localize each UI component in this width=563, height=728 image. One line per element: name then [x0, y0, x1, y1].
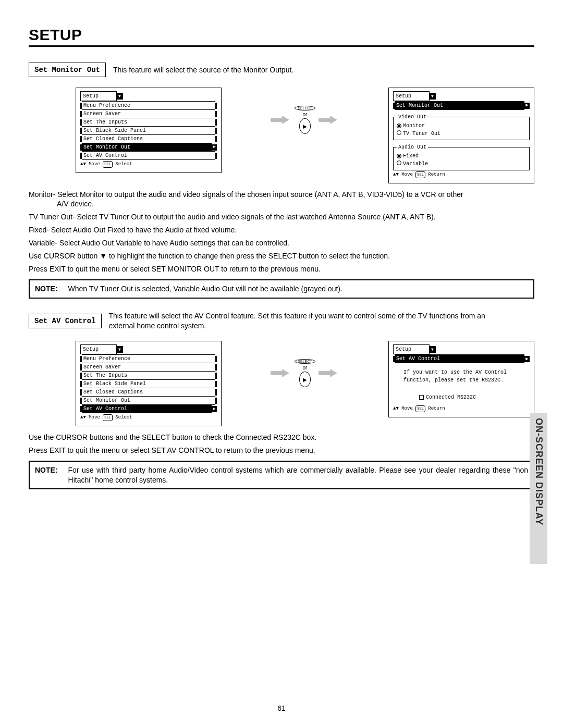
- section-desc: This feature will select the source of t…: [113, 65, 293, 75]
- right-cursor-icon: ▶: [299, 372, 311, 387]
- note-label: NOTE:: [35, 465, 68, 485]
- section-set-av-control: Set AV Control This feature will select …: [29, 311, 534, 490]
- osd-breadcrumb: Set AV Control▶: [393, 355, 530, 363]
- osd-menu-setup: Setup ▼ Menu PreferenceScreen SaverSet T…: [76, 88, 222, 173]
- radio-icon: [397, 124, 401, 128]
- osd-item: Set AV Control: [80, 152, 217, 160]
- osd-hint: ▲▼ Move SEL Return: [393, 405, 530, 413]
- note-body: When TV Tuner Out is selected, Variable …: [68, 284, 528, 294]
- side-tab: ON-SCREEN DISPLAY: [530, 413, 547, 564]
- note-box: NOTE: For use with third party home Audi…: [29, 461, 534, 490]
- body-text: Press EXIT to quit the menu or select SE…: [29, 264, 534, 274]
- title-rule: [29, 45, 534, 47]
- osd-item: Set Closed Captions: [80, 135, 217, 143]
- updown-icon: ▲▼: [80, 415, 86, 420]
- osd-item: Menu Preference: [80, 355, 217, 363]
- diagram-row: Setup ▼ Menu PreferenceScreen SaverSet T…: [76, 88, 534, 183]
- osd-title: Setup: [80, 344, 117, 354]
- osd-title: Setup: [80, 91, 117, 101]
- osd-item: Set Black Side Panel: [80, 127, 217, 135]
- body-text: TV Tuner Out- Select TV Tuner Out to out…: [29, 212, 534, 222]
- osd-item: Menu Preference: [80, 102, 217, 110]
- osd-menu-setup: Setup ▼ Menu PreferenceScreen SaverSet T…: [76, 341, 222, 426]
- page-title: SETUP: [29, 26, 534, 44]
- body-text: Monitor- Select Monitor to output the au…: [29, 190, 534, 209]
- or-text: or: [303, 112, 308, 117]
- note-box: NOTE: When TV Tuner Out is selected, Var…: [29, 279, 534, 299]
- dropdown-icon: ▼: [429, 346, 436, 353]
- diagram-row: Setup ▼ Menu PreferenceScreen SaverSet T…: [76, 341, 534, 426]
- body-text: Variable- Select Audio Out Variable to h…: [29, 238, 534, 248]
- osd-title: Setup: [393, 91, 430, 101]
- osd-item: Set Black Side Panel: [80, 380, 217, 388]
- sel-pill-icon: SEL: [103, 414, 113, 421]
- checkbox-icon: [419, 395, 424, 400]
- section-set-monitor-out: Set Monitor Out This feature will select…: [29, 63, 534, 299]
- sel-pill-icon: SEL: [415, 405, 425, 412]
- osd-hint: ▲▼ Move SEL Select: [80, 414, 217, 422]
- osd-item: Set AV Control▶: [80, 405, 217, 413]
- section-desc: This feature will select the AV Control …: [109, 311, 505, 331]
- sel-pill-icon: SEL: [415, 171, 425, 178]
- arrow-right-icon: [319, 116, 339, 124]
- osd-item: Set Closed Captions: [80, 388, 217, 397]
- section-label: Set AV Control: [29, 314, 102, 328]
- right-cursor-icon: ▶: [299, 118, 311, 134]
- audio-out-group: Audio Out Fixed Variable: [393, 143, 530, 170]
- or-text: or: [303, 365, 308, 371]
- osd-menu-monitor-out: Setup ▼ Set Monitor Out▶ Video Out Monit…: [388, 88, 534, 183]
- updown-icon: ▲▼: [80, 162, 86, 167]
- osd-item: Set The Inputs: [80, 372, 217, 380]
- osd-title: Setup: [393, 344, 430, 354]
- radio-icon: [397, 154, 401, 158]
- arrow-block: SELECT or ▶: [268, 106, 341, 134]
- page-number: 61: [0, 704, 563, 712]
- video-out-group: Video Out Monitor TV Tuner Out: [393, 113, 530, 140]
- radio-icon: [397, 161, 401, 165]
- osd-menu-av-control: Setup ▼ Set AV Control▶ If you want to u…: [388, 341, 534, 417]
- note-label: NOTE:: [35, 284, 68, 294]
- osd-hint: ▲▼ Move SEL Select: [80, 161, 217, 168]
- arrow-right-icon: [319, 369, 339, 377]
- osd-item: Screen Saver: [80, 363, 217, 372]
- updown-icon: ▲▼: [393, 172, 399, 177]
- body-text: Use CURSOR button ▼ to highlight the fun…: [29, 251, 534, 261]
- osd-hint: ▲▼ Move SEL Return: [393, 171, 530, 179]
- checkbox-row: Connected RS232C: [403, 393, 527, 401]
- select-button-icon: SELECT: [295, 359, 315, 364]
- osd-item: Set Monitor Out: [80, 397, 217, 405]
- section-label: Set Monitor Out: [29, 63, 106, 77]
- arrow-right-icon: [271, 116, 291, 124]
- arrow-block: SELECT or ▶: [268, 359, 341, 387]
- sel-pill-icon: SEL: [103, 161, 113, 168]
- dropdown-icon: ▼: [429, 93, 436, 100]
- arrow-right-icon: [271, 369, 291, 377]
- select-button-icon: SELECT: [295, 106, 315, 110]
- body-text: Use the CURSOR buttons and the SELECT bu…: [29, 433, 534, 442]
- av-message: If you want to use the AV Control functi…: [393, 363, 530, 404]
- radio-icon: [397, 130, 401, 135]
- body-text: Press EXIT to quit the menu or select SE…: [29, 446, 534, 455]
- osd-item: Set The Inputs: [80, 118, 217, 127]
- dropdown-icon: ▼: [116, 346, 123, 353]
- osd-item: Screen Saver: [80, 110, 217, 118]
- dropdown-icon: ▼: [116, 93, 123, 100]
- updown-icon: ▲▼: [393, 406, 399, 411]
- body-text: Fixed- Select Audio Out Fixed to have th…: [29, 225, 534, 235]
- note-body: For use with third party home Audio/Vide…: [68, 465, 528, 485]
- osd-breadcrumb: Set Monitor Out▶: [393, 102, 530, 110]
- osd-item: Set Monitor Out▶: [80, 143, 217, 152]
